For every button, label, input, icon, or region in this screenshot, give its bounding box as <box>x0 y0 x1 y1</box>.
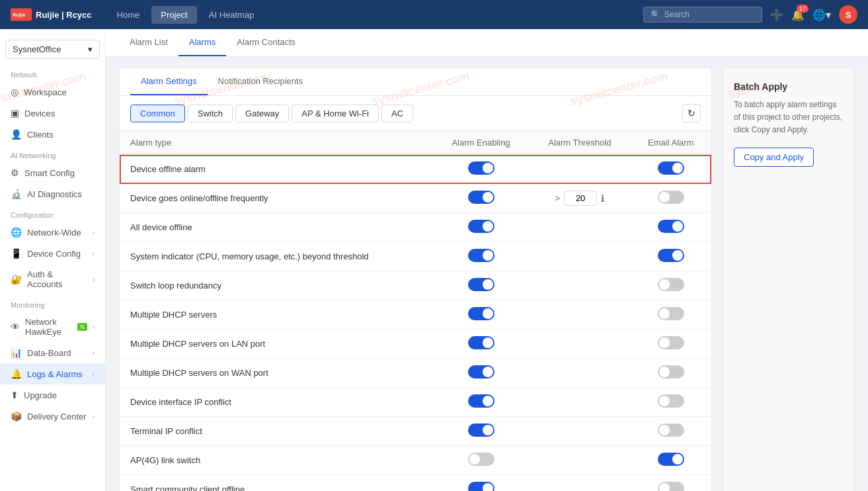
sidebar-label-logs-alarms: Logs & Alarms <box>27 369 83 379</box>
search-box[interactable]: 🔍 Search <box>643 7 762 22</box>
nav-project[interactable]: Project <box>151 6 196 24</box>
main-panel: Alarm Settings Notification Recipients C… <box>119 67 712 491</box>
alarm-enabling-toggle[interactable] <box>468 307 494 320</box>
tab-alarm-list[interactable]: Alarm List <box>119 29 178 56</box>
sidebar-item-data-board[interactable]: 📊 Data-Board › <box>0 342 105 363</box>
chevron-down-icon: ▾ <box>88 44 93 54</box>
project-selector[interactable]: SysnetOffice ▾ <box>5 40 100 59</box>
alarm-type-cell: Device goes online/offline frequently <box>120 184 433 213</box>
alarm-enabling-toggle[interactable] <box>468 161 494 175</box>
table-row: AP(4G) link switch <box>120 446 711 475</box>
main-content: Alarm List Alarms Alarm Contacts Alarm S… <box>106 29 868 491</box>
nav-home[interactable]: Home <box>108 6 149 24</box>
email-alarm-cell <box>631 184 711 213</box>
alarm-enabling-toggle[interactable] <box>468 424 494 437</box>
alarm-enabling-toggle[interactable] <box>468 336 494 349</box>
devices-icon: ▣ <box>11 108 19 118</box>
sidebar-item-workspace[interactable]: ◎ Workspace <box>0 81 105 103</box>
filter-ap-home-wifi[interactable]: AP & Home Wi-Fi <box>292 105 379 122</box>
ai-diagnostics-icon: 🔬 <box>11 189 22 199</box>
sidebar-item-auth-accounts[interactable]: 🔐 Auth & Accounts › <box>0 264 105 294</box>
email-alarm-toggle[interactable] <box>658 394 684 408</box>
filter-common[interactable]: Common <box>130 105 185 122</box>
clients-icon: 👤 <box>11 129 22 140</box>
filter-ac[interactable]: AC <box>381 105 413 122</box>
alarm-type-cell: Multiple DHCP servers on WAN port <box>120 359 433 388</box>
avatar[interactable]: S <box>839 5 857 24</box>
logs-alarms-icon: 🔔 <box>11 369 22 379</box>
info-icon[interactable]: ℹ <box>601 193 604 204</box>
alarm-enabling-toggle[interactable] <box>468 249 494 262</box>
globe-icon[interactable]: 🌐▾ <box>812 9 831 21</box>
sidebar-label-auth: Auth & Accounts <box>27 269 87 289</box>
subtab-alarm-settings[interactable]: Alarm Settings <box>130 68 208 95</box>
workspace-icon: ◎ <box>11 87 19 97</box>
table-row: Multiple DHCP servers <box>120 300 711 330</box>
email-alarm-toggle[interactable] <box>658 307 684 320</box>
tab-alarm-contacts[interactable]: Alarm Contacts <box>226 29 306 56</box>
sidebar-item-device-config[interactable]: 📱 Device Config › <box>0 243 105 264</box>
sidebar-item-upgrade[interactable]: ⬆ Upgrade <box>0 384 105 406</box>
copy-apply-button[interactable]: Copy and Apply <box>734 148 814 167</box>
nav-right: 🔍 Search ➕ 🔔 17 🌐▾ S <box>643 5 857 24</box>
alarm-enabling-toggle[interactable] <box>468 191 494 204</box>
sidebar-item-clients[interactable]: 👤 Clients <box>0 124 105 145</box>
sidebar-item-logs-alarms[interactable]: 🔔 Logs & Alarms › <box>0 363 105 384</box>
sidebar-item-network-wide[interactable]: 🌐 Network-Wide › <box>0 222 105 243</box>
page-tabs: Alarm List Alarms Alarm Contacts <box>106 29 868 57</box>
alarm-table: Alarm type Alarm Enabling Alarm Threshol… <box>120 131 711 491</box>
alarm-type-cell: Terminal IP conflict <box>120 417 433 446</box>
add-icon[interactable]: ➕ <box>770 9 783 21</box>
alarm-enabling-cell <box>433 330 529 359</box>
alarm-type-cell: All device offline <box>120 213 433 242</box>
nav-ai-heatmap[interactable]: AI Heatmap <box>200 6 264 24</box>
subtab-notification-recipients[interactable]: Notification Recipients <box>208 68 314 95</box>
sidebar: SysnetOffice ▾ Network ◎ Workspace ▣ Dev… <box>0 29 106 491</box>
sidebar-item-smart-config[interactable]: ⚙ Smart Config <box>0 162 105 183</box>
alarm-enabling-toggle[interactable] <box>468 453 494 466</box>
email-alarm-cell <box>631 388 711 417</box>
sidebar-item-ai-diagnostics[interactable]: 🔬 AI Diagnostics <box>0 183 105 204</box>
alarm-enabling-toggle[interactable] <box>468 394 494 408</box>
filter-switch[interactable]: Switch <box>188 105 233 122</box>
arrow-icon-5: › <box>93 349 95 357</box>
alarm-threshold-cell <box>529 417 631 446</box>
batch-title: Batch Apply <box>734 81 844 92</box>
email-alarm-toggle[interactable] <box>658 161 684 175</box>
notification-icon[interactable]: 🔔 17 <box>791 9 805 21</box>
alarm-enabling-toggle[interactable] <box>468 278 494 291</box>
email-alarm-toggle[interactable] <box>658 249 684 262</box>
filter-gateway[interactable]: Gateway <box>235 105 289 122</box>
threshold-input[interactable] <box>564 191 597 206</box>
section-monitoring: Monitoring <box>0 294 105 312</box>
sidebar-item-delivery-center[interactable]: 📦 Delivery Center › <box>0 406 105 427</box>
email-alarm-cell <box>631 446 711 475</box>
email-alarm-toggle[interactable] <box>658 336 684 349</box>
alarm-enabling-cell <box>433 388 529 417</box>
email-alarm-toggle[interactable] <box>658 220 684 233</box>
alarm-threshold-cell <box>529 475 631 492</box>
email-alarm-cell <box>631 330 711 359</box>
arrow-icon-3: › <box>93 276 95 283</box>
sidebar-item-devices[interactable]: ▣ Devices <box>0 103 105 124</box>
table-row: Terminal IP conflict <box>120 417 711 446</box>
alarm-enabling-cell <box>433 446 529 475</box>
email-alarm-toggle[interactable] <box>658 365 684 379</box>
sidebar-item-hawkeye[interactable]: 👁 Network HawkEye N › <box>0 312 105 342</box>
alarm-enabling-toggle[interactable] <box>468 220 494 233</box>
alarm-enabling-cell <box>433 475 529 492</box>
email-alarm-toggle[interactable] <box>658 424 684 437</box>
refresh-button[interactable]: ↻ <box>682 104 701 122</box>
alarm-enabling-toggle[interactable] <box>468 482 494 491</box>
greater-than-icon: > <box>555 193 561 203</box>
email-alarm-toggle[interactable] <box>658 482 684 491</box>
table-row: Multiple DHCP servers on LAN port <box>120 330 711 359</box>
email-alarm-cell <box>631 359 711 388</box>
alarm-enabling-cell <box>433 359 529 388</box>
email-alarm-toggle[interactable] <box>658 191 684 204</box>
email-alarm-toggle[interactable] <box>658 453 684 466</box>
alarm-enabling-toggle[interactable] <box>468 365 494 379</box>
sidebar-label-hawkeye: Network HawkEye <box>25 317 71 337</box>
email-alarm-toggle[interactable] <box>658 278 684 291</box>
tab-alarms[interactable]: Alarms <box>178 29 226 56</box>
